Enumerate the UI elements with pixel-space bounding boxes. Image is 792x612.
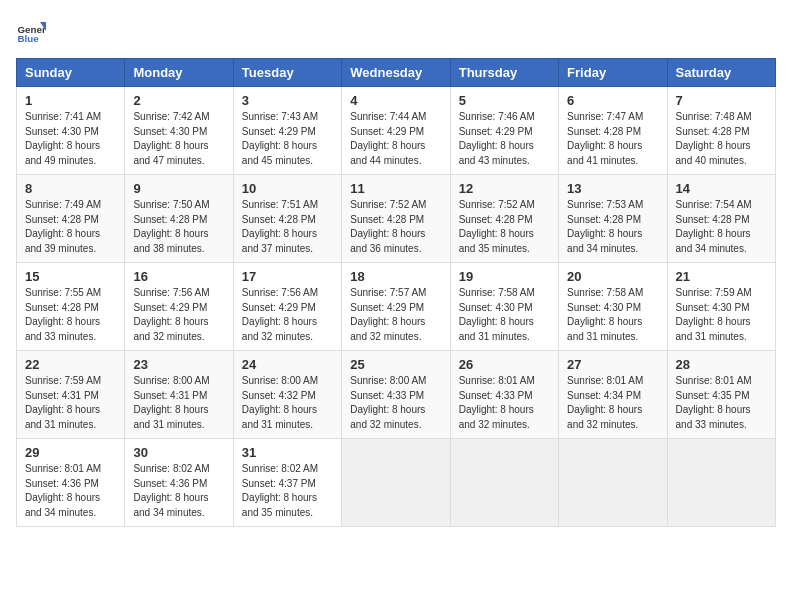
- calendar-day-cell: 2 Sunrise: 7:42 AM Sunset: 4:30 PM Dayli…: [125, 87, 233, 175]
- day-number: 25: [350, 357, 441, 372]
- day-info: Sunrise: 7:46 AM Sunset: 4:29 PM Dayligh…: [459, 110, 550, 168]
- day-info: Sunrise: 7:59 AM Sunset: 4:30 PM Dayligh…: [676, 286, 767, 344]
- day-info: Sunrise: 7:58 AM Sunset: 4:30 PM Dayligh…: [567, 286, 658, 344]
- day-of-week-header: Monday: [125, 59, 233, 87]
- day-of-week-header: Friday: [559, 59, 667, 87]
- calendar-week-row: 29 Sunrise: 8:01 AM Sunset: 4:36 PM Dayl…: [17, 439, 776, 527]
- day-number: 3: [242, 93, 333, 108]
- calendar-day-cell: 15 Sunrise: 7:55 AM Sunset: 4:28 PM Dayl…: [17, 263, 125, 351]
- day-info: Sunrise: 7:52 AM Sunset: 4:28 PM Dayligh…: [459, 198, 550, 256]
- calendar-week-row: 1 Sunrise: 7:41 AM Sunset: 4:30 PM Dayli…: [17, 87, 776, 175]
- calendar-week-row: 8 Sunrise: 7:49 AM Sunset: 4:28 PM Dayli…: [17, 175, 776, 263]
- calendar-week-row: 15 Sunrise: 7:55 AM Sunset: 4:28 PM Dayl…: [17, 263, 776, 351]
- day-number: 18: [350, 269, 441, 284]
- day-number: 22: [25, 357, 116, 372]
- day-number: 6: [567, 93, 658, 108]
- calendar-day-cell: 26 Sunrise: 8:01 AM Sunset: 4:33 PM Dayl…: [450, 351, 558, 439]
- day-of-week-header: Wednesday: [342, 59, 450, 87]
- day-number: 19: [459, 269, 550, 284]
- calendar-day-cell: 21 Sunrise: 7:59 AM Sunset: 4:30 PM Dayl…: [667, 263, 775, 351]
- calendar-day-cell: 29 Sunrise: 8:01 AM Sunset: 4:36 PM Dayl…: [17, 439, 125, 527]
- calendar-table: SundayMondayTuesdayWednesdayThursdayFrid…: [16, 58, 776, 527]
- day-number: 7: [676, 93, 767, 108]
- day-number: 24: [242, 357, 333, 372]
- day-number: 30: [133, 445, 224, 460]
- day-info: Sunrise: 8:00 AM Sunset: 4:32 PM Dayligh…: [242, 374, 333, 432]
- day-info: Sunrise: 7:53 AM Sunset: 4:28 PM Dayligh…: [567, 198, 658, 256]
- logo: General Blue: [16, 16, 46, 46]
- day-info: Sunrise: 8:01 AM Sunset: 4:36 PM Dayligh…: [25, 462, 116, 520]
- calendar-day-cell: 3 Sunrise: 7:43 AM Sunset: 4:29 PM Dayli…: [233, 87, 341, 175]
- day-info: Sunrise: 7:42 AM Sunset: 4:30 PM Dayligh…: [133, 110, 224, 168]
- day-info: Sunrise: 8:01 AM Sunset: 4:33 PM Dayligh…: [459, 374, 550, 432]
- day-info: Sunrise: 7:59 AM Sunset: 4:31 PM Dayligh…: [25, 374, 116, 432]
- day-number: 21: [676, 269, 767, 284]
- day-info: Sunrise: 7:51 AM Sunset: 4:28 PM Dayligh…: [242, 198, 333, 256]
- calendar-day-cell: [342, 439, 450, 527]
- day-number: 28: [676, 357, 767, 372]
- calendar-day-cell: 8 Sunrise: 7:49 AM Sunset: 4:28 PM Dayli…: [17, 175, 125, 263]
- day-number: 27: [567, 357, 658, 372]
- calendar-day-cell: [559, 439, 667, 527]
- day-number: 14: [676, 181, 767, 196]
- day-number: 23: [133, 357, 224, 372]
- day-of-week-header: Saturday: [667, 59, 775, 87]
- day-info: Sunrise: 8:00 AM Sunset: 4:33 PM Dayligh…: [350, 374, 441, 432]
- calendar-day-cell: 22 Sunrise: 7:59 AM Sunset: 4:31 PM Dayl…: [17, 351, 125, 439]
- calendar-day-cell: 6 Sunrise: 7:47 AM Sunset: 4:28 PM Dayli…: [559, 87, 667, 175]
- day-info: Sunrise: 8:02 AM Sunset: 4:37 PM Dayligh…: [242, 462, 333, 520]
- day-info: Sunrise: 8:00 AM Sunset: 4:31 PM Dayligh…: [133, 374, 224, 432]
- day-info: Sunrise: 7:50 AM Sunset: 4:28 PM Dayligh…: [133, 198, 224, 256]
- calendar-day-cell: 19 Sunrise: 7:58 AM Sunset: 4:30 PM Dayl…: [450, 263, 558, 351]
- day-number: 4: [350, 93, 441, 108]
- day-of-week-header: Sunday: [17, 59, 125, 87]
- svg-text:Blue: Blue: [18, 33, 40, 44]
- day-info: Sunrise: 8:01 AM Sunset: 4:34 PM Dayligh…: [567, 374, 658, 432]
- calendar-day-cell: 7 Sunrise: 7:48 AM Sunset: 4:28 PM Dayli…: [667, 87, 775, 175]
- calendar-day-cell: 30 Sunrise: 8:02 AM Sunset: 4:36 PM Dayl…: [125, 439, 233, 527]
- day-info: Sunrise: 7:54 AM Sunset: 4:28 PM Dayligh…: [676, 198, 767, 256]
- day-info: Sunrise: 8:02 AM Sunset: 4:36 PM Dayligh…: [133, 462, 224, 520]
- day-info: Sunrise: 7:47 AM Sunset: 4:28 PM Dayligh…: [567, 110, 658, 168]
- calendar-day-cell: 24 Sunrise: 8:00 AM Sunset: 4:32 PM Dayl…: [233, 351, 341, 439]
- calendar-day-cell: 5 Sunrise: 7:46 AM Sunset: 4:29 PM Dayli…: [450, 87, 558, 175]
- day-info: Sunrise: 7:52 AM Sunset: 4:28 PM Dayligh…: [350, 198, 441, 256]
- day-number: 1: [25, 93, 116, 108]
- day-number: 9: [133, 181, 224, 196]
- day-info: Sunrise: 7:56 AM Sunset: 4:29 PM Dayligh…: [242, 286, 333, 344]
- calendar-day-cell: 23 Sunrise: 8:00 AM Sunset: 4:31 PM Dayl…: [125, 351, 233, 439]
- calendar-day-cell: 9 Sunrise: 7:50 AM Sunset: 4:28 PM Dayli…: [125, 175, 233, 263]
- day-number: 16: [133, 269, 224, 284]
- day-info: Sunrise: 7:41 AM Sunset: 4:30 PM Dayligh…: [25, 110, 116, 168]
- day-number: 15: [25, 269, 116, 284]
- calendar-day-cell: 13 Sunrise: 7:53 AM Sunset: 4:28 PM Dayl…: [559, 175, 667, 263]
- day-info: Sunrise: 7:49 AM Sunset: 4:28 PM Dayligh…: [25, 198, 116, 256]
- day-info: Sunrise: 7:56 AM Sunset: 4:29 PM Dayligh…: [133, 286, 224, 344]
- day-number: 29: [25, 445, 116, 460]
- calendar-day-cell: 27 Sunrise: 8:01 AM Sunset: 4:34 PM Dayl…: [559, 351, 667, 439]
- calendar-day-cell: 31 Sunrise: 8:02 AM Sunset: 4:37 PM Dayl…: [233, 439, 341, 527]
- calendar-day-cell: 1 Sunrise: 7:41 AM Sunset: 4:30 PM Dayli…: [17, 87, 125, 175]
- calendar-day-cell: 10 Sunrise: 7:51 AM Sunset: 4:28 PM Dayl…: [233, 175, 341, 263]
- day-of-week-header: Thursday: [450, 59, 558, 87]
- calendar-day-cell: 20 Sunrise: 7:58 AM Sunset: 4:30 PM Dayl…: [559, 263, 667, 351]
- day-number: 5: [459, 93, 550, 108]
- day-number: 10: [242, 181, 333, 196]
- day-of-week-header: Tuesday: [233, 59, 341, 87]
- day-info: Sunrise: 7:43 AM Sunset: 4:29 PM Dayligh…: [242, 110, 333, 168]
- calendar-day-cell: 28 Sunrise: 8:01 AM Sunset: 4:35 PM Dayl…: [667, 351, 775, 439]
- day-number: 12: [459, 181, 550, 196]
- calendar-day-cell: 11 Sunrise: 7:52 AM Sunset: 4:28 PM Dayl…: [342, 175, 450, 263]
- day-info: Sunrise: 7:55 AM Sunset: 4:28 PM Dayligh…: [25, 286, 116, 344]
- calendar-day-cell: 25 Sunrise: 8:00 AM Sunset: 4:33 PM Dayl…: [342, 351, 450, 439]
- calendar-day-cell: 14 Sunrise: 7:54 AM Sunset: 4:28 PM Dayl…: [667, 175, 775, 263]
- calendar-day-cell: 18 Sunrise: 7:57 AM Sunset: 4:29 PM Dayl…: [342, 263, 450, 351]
- day-info: Sunrise: 7:48 AM Sunset: 4:28 PM Dayligh…: [676, 110, 767, 168]
- day-number: 8: [25, 181, 116, 196]
- calendar-day-cell: 16 Sunrise: 7:56 AM Sunset: 4:29 PM Dayl…: [125, 263, 233, 351]
- day-number: 26: [459, 357, 550, 372]
- day-number: 2: [133, 93, 224, 108]
- day-info: Sunrise: 7:57 AM Sunset: 4:29 PM Dayligh…: [350, 286, 441, 344]
- page-header: General Blue: [16, 16, 776, 46]
- calendar-day-cell: 4 Sunrise: 7:44 AM Sunset: 4:29 PM Dayli…: [342, 87, 450, 175]
